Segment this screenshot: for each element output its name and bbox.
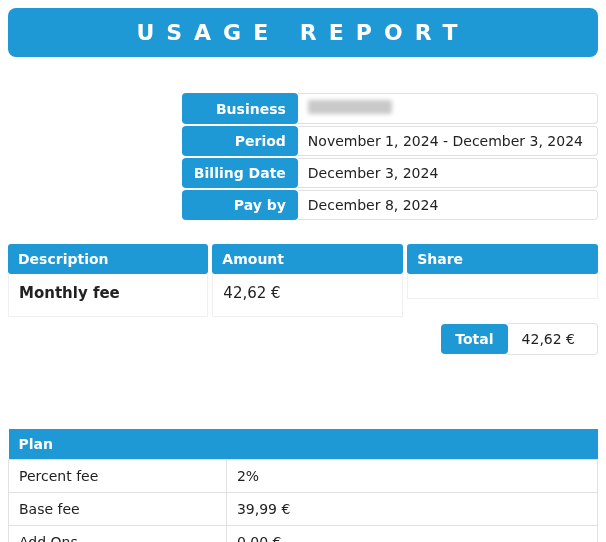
total-value: 42,62 € bbox=[508, 323, 598, 355]
meta-value-billing: December 3, 2024 bbox=[298, 158, 598, 188]
plan-label: Base fee bbox=[9, 493, 227, 526]
col-share: Share bbox=[407, 244, 598, 317]
plan-header: Plan bbox=[9, 429, 598, 460]
meta-label-business: Business bbox=[182, 93, 298, 124]
header-amount: Amount bbox=[212, 244, 403, 274]
meta-row-billing: Billing Date December 3, 2024 bbox=[182, 158, 598, 188]
plan-value: 0,00 € bbox=[226, 526, 597, 543]
plan-row-base-fee: Base fee 39,99 € bbox=[9, 493, 598, 526]
col-description: Description Monthly fee bbox=[8, 244, 208, 317]
total-label: Total bbox=[441, 324, 507, 354]
plan-label: Percent fee bbox=[9, 460, 227, 493]
line-items: Description Monthly fee Amount 42,62 € S… bbox=[8, 244, 598, 317]
meta-table: Business Period November 1, 2024 - Decem… bbox=[182, 91, 598, 222]
meta-value-payby: December 8, 2024 bbox=[298, 190, 598, 220]
meta-label-period: Period bbox=[182, 126, 298, 156]
meta-row-period: Period November 1, 2024 - December 3, 20… bbox=[182, 126, 598, 156]
meta-row-business: Business bbox=[182, 93, 598, 124]
plan-label: Add Ons bbox=[9, 526, 227, 543]
meta-block: Business Period November 1, 2024 - Decem… bbox=[8, 91, 598, 222]
cell-description: Monthly fee bbox=[8, 274, 208, 317]
redacted-business bbox=[308, 100, 392, 114]
col-amount: Amount 42,62 € bbox=[212, 244, 403, 317]
plan-value: 39,99 € bbox=[226, 493, 597, 526]
plan-row-add-ons: Add Ons 0,00 € bbox=[9, 526, 598, 543]
meta-value-period: November 1, 2024 - December 3, 2024 bbox=[298, 126, 598, 156]
header-share: Share bbox=[407, 244, 598, 274]
plan-header-row: Plan bbox=[9, 429, 598, 460]
plan-table: Plan Percent fee 2% Base fee 39,99 € Add… bbox=[8, 429, 598, 542]
cell-amount: 42,62 € bbox=[212, 274, 403, 317]
meta-label-payby: Pay by bbox=[182, 190, 298, 220]
page-title: USAGE REPORT bbox=[8, 8, 598, 57]
meta-row-payby: Pay by December 8, 2024 bbox=[182, 190, 598, 220]
plan-value: 2% bbox=[226, 460, 597, 493]
total-row: Total 42,62 € bbox=[8, 323, 598, 355]
meta-label-billing: Billing Date bbox=[182, 158, 298, 188]
plan-row-percent-fee: Percent fee 2% bbox=[9, 460, 598, 493]
header-description: Description bbox=[8, 244, 208, 274]
cell-share bbox=[407, 274, 598, 299]
meta-value-business bbox=[298, 93, 598, 124]
